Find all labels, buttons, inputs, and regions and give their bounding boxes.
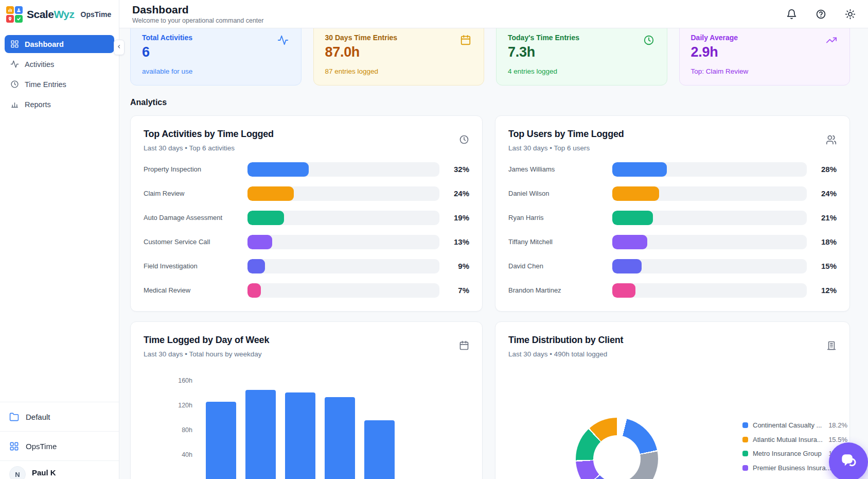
y-axis-tick: 40h bbox=[144, 451, 192, 458]
calendar-icon bbox=[459, 340, 469, 351]
bar-percentage: 24% bbox=[439, 189, 469, 198]
bar-label: David Chen bbox=[508, 262, 612, 270]
users-icon bbox=[826, 134, 837, 145]
avatar: N bbox=[9, 466, 26, 479]
sidebar-footer-item-opstime[interactable]: OpsTime bbox=[0, 431, 119, 460]
stat-label: Daily Average bbox=[691, 33, 839, 42]
person-tile-icon bbox=[15, 6, 23, 14]
bar-label: Claim Review bbox=[144, 190, 247, 197]
bar-track bbox=[612, 259, 807, 273]
bar-track bbox=[612, 283, 807, 298]
footer-item-label: Default bbox=[26, 413, 50, 421]
sidebar-item-activities[interactable]: Activities bbox=[5, 55, 114, 73]
workspace-name: OpsTime bbox=[81, 10, 112, 19]
legend-label: Premier Business Insura... bbox=[753, 464, 831, 472]
legend-label: Metro Insurance Group bbox=[753, 450, 822, 457]
footer-item-label: OpsTime bbox=[26, 442, 57, 451]
sidebar-nav: Dashboard Activities Time Entries Report… bbox=[0, 28, 119, 113]
building-icon bbox=[826, 340, 837, 351]
theme-light-icon[interactable] bbox=[845, 9, 856, 20]
bar-label: Ryan Harris bbox=[508, 214, 612, 221]
analytics-heading: Analytics bbox=[130, 98, 850, 107]
bar-fill bbox=[247, 211, 284, 225]
card-title: Top Activities by Time Logged bbox=[144, 129, 469, 140]
bar-track bbox=[247, 283, 439, 298]
bar-fill bbox=[247, 186, 294, 201]
bar-row: Field Investigation 9% bbox=[144, 254, 469, 278]
help-icon[interactable] bbox=[816, 9, 826, 20]
client-donut-chart bbox=[576, 418, 658, 479]
user-profile[interactable]: N Paul K bbox=[0, 460, 119, 479]
activity-icon bbox=[277, 35, 289, 46]
client-distribution-card: Time Distribution by Client Last 30 days… bbox=[495, 321, 850, 479]
calendar-icon bbox=[460, 35, 471, 46]
sidebar-item-dashboard[interactable]: Dashboard bbox=[5, 35, 114, 53]
legend-color-dot bbox=[742, 451, 748, 456]
grid-icon bbox=[10, 40, 19, 48]
sidebar-footer-item-default[interactable]: Default bbox=[0, 402, 119, 431]
weekday-bar bbox=[285, 392, 315, 479]
sidebar-item-label: Time Entries bbox=[25, 80, 66, 89]
legend-label: Continental Casualty ... bbox=[753, 421, 822, 429]
bar-label: Auto Damage Assessment bbox=[144, 214, 247, 221]
page-subtitle: Welcome to your operational command cent… bbox=[132, 17, 263, 24]
stat-subtext: 4 entries logged bbox=[508, 67, 656, 75]
legend-item: Industrial Risk Partners 9.6% bbox=[742, 475, 847, 479]
card-subtitle: Last 30 days • Top 6 users bbox=[508, 144, 837, 152]
bar-percentage: 28% bbox=[807, 165, 837, 174]
bar-fill bbox=[612, 211, 653, 225]
bell-icon[interactable] bbox=[786, 9, 797, 20]
bar-fill bbox=[612, 235, 647, 249]
stat-cards-row: Total Activities 6 available for use 30 … bbox=[130, 28, 850, 85]
chat-fab-button[interactable] bbox=[829, 442, 868, 479]
stat-value: 7.3h bbox=[508, 44, 656, 60]
stat-value: 6 bbox=[142, 44, 290, 60]
bar-track bbox=[612, 162, 807, 177]
sidebar: ScaleWyz OpsTime Dashboard Activities Ti… bbox=[0, 0, 119, 479]
bar-percentage: 24% bbox=[807, 189, 837, 198]
bar-track bbox=[247, 186, 439, 201]
bar-track bbox=[612, 186, 807, 201]
card-title: Top Users by Time Logged bbox=[508, 129, 837, 140]
stat-label: Total Activities bbox=[142, 33, 290, 42]
y-axis-tick: 120h bbox=[144, 402, 192, 409]
app-logo[interactable]: ScaleWyz OpsTime bbox=[0, 0, 119, 28]
bar-row: Ryan Harris 21% bbox=[508, 206, 837, 230]
bar-track bbox=[612, 235, 807, 249]
weekday-bar-chart: 160h120h80h40h bbox=[144, 365, 469, 479]
donut-hole bbox=[593, 435, 641, 479]
bar-chart-icon bbox=[10, 100, 19, 109]
bar-percentage: 15% bbox=[807, 262, 837, 270]
location-pin-tile-icon bbox=[6, 15, 14, 23]
chat-icon bbox=[839, 451, 858, 473]
brand-name: ScaleWyz bbox=[27, 8, 75, 21]
grid-icon bbox=[9, 441, 19, 451]
top-activities-card: Top Activities by Time Logged Last 30 da… bbox=[130, 115, 483, 312]
sidebar-item-reports[interactable]: Reports bbox=[5, 95, 114, 113]
check-tile-icon bbox=[15, 15, 23, 23]
stat-card-total-activities: Total Activities 6 available for use bbox=[130, 28, 302, 85]
weekday-bar bbox=[325, 397, 355, 479]
logo-icon bbox=[6, 6, 23, 23]
bar-percentage: 9% bbox=[439, 262, 469, 270]
y-axis-tick: 160h bbox=[144, 377, 192, 384]
stat-value: 87.0h bbox=[325, 44, 473, 60]
bar-fill bbox=[247, 259, 265, 273]
stat-subtext: available for use bbox=[142, 67, 290, 75]
sidebar-item-label: Reports bbox=[25, 100, 51, 109]
bar-percentage: 19% bbox=[439, 213, 469, 222]
legend-label: Atlantic Mutual Insura... bbox=[753, 436, 823, 443]
bar-label: Customer Service Call bbox=[144, 238, 247, 246]
bar-row: David Chen 15% bbox=[508, 254, 837, 278]
stat-card-today-s-time-entries: Today's Time Entries 7.3h 4 entries logg… bbox=[496, 28, 667, 85]
bar-track bbox=[247, 259, 439, 273]
bar-percentage: 13% bbox=[439, 237, 469, 246]
stat-card-30-days-time-entries: 30 Days Time Entries 87.0h 87 entries lo… bbox=[313, 28, 485, 85]
weekday-chart-card: Time Logged by Day of Week Last 30 days … bbox=[130, 321, 483, 479]
activity-icon bbox=[10, 60, 19, 69]
bar-track bbox=[247, 162, 439, 177]
sidebar-item-label: Dashboard bbox=[25, 40, 64, 48]
bar-track bbox=[612, 211, 807, 225]
sidebar-collapse-button[interactable] bbox=[114, 40, 125, 55]
sidebar-item-time-entries[interactable]: Time Entries bbox=[5, 75, 114, 93]
